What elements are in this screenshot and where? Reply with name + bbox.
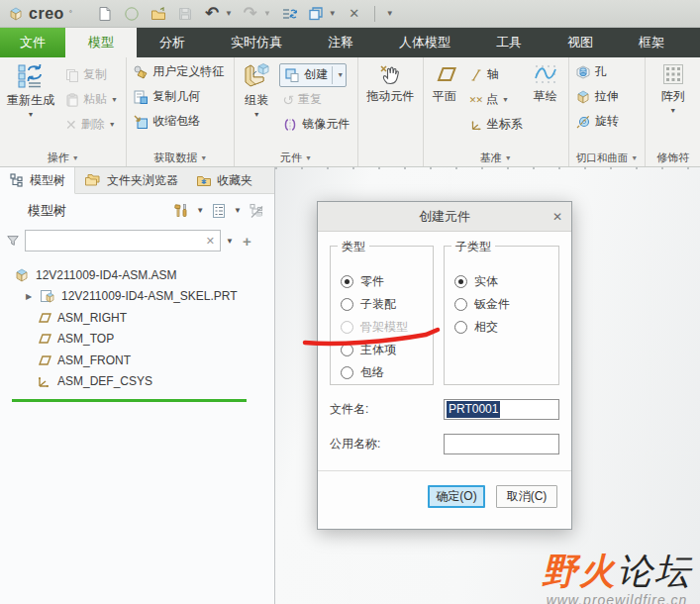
quick-access-toolbar: ↶ ▼ ↷ ▼ ▼ ✕ ▼ (96, 5, 394, 23)
filter-dropdown[interactable]: ▼ (226, 237, 234, 246)
plane-button[interactable]: 平面 (427, 59, 462, 150)
expand-arrow-icon[interactable]: ▶ (26, 292, 34, 301)
radio-envelope[interactable]: 包络 (341, 361, 425, 384)
common-name-input[interactable] (444, 434, 559, 454)
insert-indicator-line[interactable] (12, 399, 247, 402)
group-label-modifiers[interactable]: 修饰符 (649, 150, 697, 166)
cancel-button[interactable]: 取消(C) (496, 485, 557, 508)
tree-tools-button[interactable] (173, 203, 189, 219)
csys-button[interactable]: 坐标系 (466, 112, 526, 137)
tab-favorites[interactable]: 收藏夹 (187, 167, 261, 193)
group-datum-caret-icon: ▼ (505, 154, 512, 161)
dialog-title-bar[interactable]: 创建元件 ✕ (318, 202, 571, 232)
dialog-close-icon[interactable]: ✕ (544, 210, 571, 224)
paste-button: 粘贴 ▼ (62, 87, 121, 112)
radio-body-item[interactable]: 主体项 (341, 339, 425, 361)
assemble-button[interactable]: 组装 ▼ (238, 59, 275, 150)
graphics-area[interactable]: 创建元件 ✕ 类型 零件 子装配 (275, 167, 700, 604)
radio-subassembly[interactable]: 子装配 (341, 293, 425, 316)
group-label-cut-surface[interactable]: 切口和曲面▼ (572, 150, 643, 166)
radio-sheetmetal[interactable]: 钣金件 (454, 293, 550, 316)
extrude-button[interactable]: 拉伸 (572, 84, 643, 109)
open-file-button[interactable] (150, 5, 167, 23)
radio-envelope-circle[interactable] (341, 366, 353, 379)
undo-dropdown[interactable]: ▼ (225, 9, 233, 18)
title-bar: creo° ↶ ▼ ↷ ▼ ▼ ✕ ▼ (0, 0, 700, 28)
close-window-button[interactable]: ✕ (346, 5, 363, 23)
radio-part-circle[interactable] (341, 275, 353, 288)
filter-funnel-icon[interactable] (6, 234, 20, 248)
redo-dropdown[interactable]: ▼ (263, 9, 271, 18)
radio-intersect[interactable]: 相交 (454, 316, 550, 339)
regenerate-dropdown[interactable]: ▼ (28, 111, 35, 118)
tree-item-skeleton[interactable]: ▶ 12V211009-ID4-ASM_SKEL.PRT (0, 286, 274, 308)
radio-part[interactable]: 零件 (341, 270, 425, 293)
radio-sheetmetal-circle[interactable] (454, 298, 467, 311)
tree-item-asm-def-csys[interactable]: ASM_DEF_CSYS (0, 371, 274, 393)
window-switch-dropdown[interactable]: ▼ (329, 9, 337, 18)
navigator-panel: 模型树 文件夹浏览器 收藏夹 模型树 ▼ ▼ (0, 167, 275, 604)
customize-toolbar-dropdown[interactable]: ▼ (386, 9, 394, 18)
repeat-button: ↺ 重复 (279, 87, 352, 112)
tab-model-tree[interactable]: 模型树 (0, 167, 75, 194)
assemble-dropdown[interactable]: ▼ (253, 111, 260, 118)
group-label-component[interactable]: 元件▼ (238, 150, 353, 166)
radio-solid-circle[interactable] (454, 275, 467, 288)
tree-tools-dropdown[interactable]: ▼ (196, 206, 204, 215)
filter-input-box[interactable]: ✕ (25, 230, 221, 252)
radio-intersect-circle[interactable] (454, 321, 467, 334)
tab-file[interactable]: 文件 (0, 28, 65, 57)
model-tree-filter-row: ✕ ▼ + (0, 227, 274, 254)
regenerate-button[interactable]: 重新生成 ▼ (3, 59, 58, 150)
regenerate-quick-button[interactable] (280, 5, 298, 23)
point-dropdown[interactable]: ▼ (502, 96, 509, 103)
tree-item-asm-front[interactable]: ASM_FRONT (0, 350, 274, 371)
radio-subassembly-circle[interactable] (341, 298, 353, 311)
copy-geometry-button[interactable]: 复制几何 (130, 84, 231, 109)
tab-folder-browser[interactable]: 文件夹浏览器 (75, 167, 187, 193)
tab-framework[interactable]: 框架 (616, 28, 687, 57)
filter-add-button[interactable]: + (243, 233, 251, 250)
undo-button[interactable]: ↶ (203, 5, 221, 23)
create-dropdown[interactable]: ▼ (337, 71, 344, 78)
material-sphere-button[interactable] (123, 5, 141, 23)
tree-settings-button[interactable] (211, 203, 227, 219)
pattern-dropdown[interactable]: ▼ (669, 107, 676, 114)
new-file-button[interactable] (96, 5, 114, 23)
shrinkwrap-button[interactable]: 收缩包络 (130, 109, 231, 134)
tab-view[interactable]: 视图 (545, 28, 616, 57)
tree-item-assembly[interactable]: 12V211009-ID4-ASM.ASM (0, 264, 274, 286)
pattern-button[interactable]: 阵列 ▼ (657, 59, 689, 150)
axis-button[interactable]: 轴 (466, 62, 526, 87)
tree-settings-dropdown[interactable]: ▼ (234, 206, 242, 215)
tree-item-asm-top[interactable]: ASM_TOP (0, 329, 274, 351)
common-name-field[interactable] (447, 438, 556, 452)
radio-body-item-circle[interactable] (341, 344, 353, 356)
tab-manikin[interactable]: 人体模型 (376, 28, 473, 57)
point-button[interactable]: ✕✕ 点 ▼ (466, 87, 526, 112)
tab-annotate[interactable]: 注释 (305, 28, 376, 57)
group-label-get-data[interactable]: 获取数据▼ (130, 150, 231, 166)
tab-model[interactable]: 模型 (65, 28, 137, 57)
udf-button[interactable]: 用户定义特征 (130, 59, 231, 84)
filter-clear-icon[interactable]: ✕ (201, 235, 220, 248)
group-label-operations[interactable]: 操作▼ (3, 150, 123, 166)
tab-live-simulation[interactable]: 实时仿真 (208, 28, 305, 57)
revolve-button[interactable]: 旋转 (572, 109, 643, 134)
create-component-button[interactable]: 创建 ▼ (279, 63, 347, 87)
group-label-datum[interactable]: 基准▼ (427, 150, 565, 166)
ok-button[interactable]: 确定(O) (428, 485, 485, 508)
paste-icon (65, 93, 79, 107)
mirror-component-button[interactable]: 镜像元件 (279, 112, 352, 137)
hole-button[interactable]: 孔 (572, 59, 643, 84)
file-name-input[interactable]: PRT0001 (444, 399, 559, 420)
tree-item-asm-right[interactable]: ASM_RIGHT (0, 307, 274, 329)
tab-tools[interactable]: 工具 (473, 28, 545, 57)
tab-analysis[interactable]: 分析 (137, 28, 208, 57)
sketch-button[interactable]: 草绘 (530, 59, 561, 150)
radio-solid[interactable]: 实体 (454, 270, 550, 293)
window-switch-button[interactable] (307, 5, 325, 23)
model-tree-filter-input[interactable] (26, 232, 201, 250)
radio-skeleton-model: 骨架模型 (341, 316, 425, 339)
drag-component-button[interactable]: 拖动元件 (362, 59, 418, 150)
